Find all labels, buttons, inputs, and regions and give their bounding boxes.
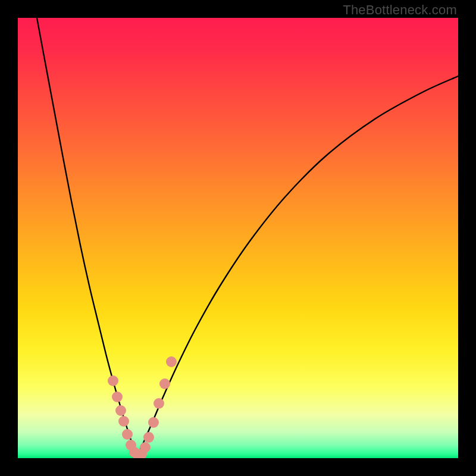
curve-dots (108, 356, 177, 458)
curve-dot (166, 356, 177, 367)
curve-dot (118, 416, 129, 427)
curve-dot (154, 398, 164, 409)
curve-left (37, 18, 137, 456)
curve-dot (108, 375, 118, 386)
curve-dot (112, 392, 123, 402)
curve-dot (143, 432, 154, 443)
curve-dot (140, 442, 151, 453)
watermark-text: TheBottleneck.com (343, 2, 457, 18)
curve-dot (148, 417, 159, 428)
curve-dot (115, 405, 126, 416)
curve-right (137, 76, 458, 456)
bottleneck-curve (37, 18, 458, 456)
chart-frame: TheBottleneck.com (0, 0, 476, 476)
curve-dot (159, 378, 170, 389)
curve-dot (122, 429, 133, 440)
chart-svg (18, 18, 458, 458)
plot-area (18, 18, 458, 458)
